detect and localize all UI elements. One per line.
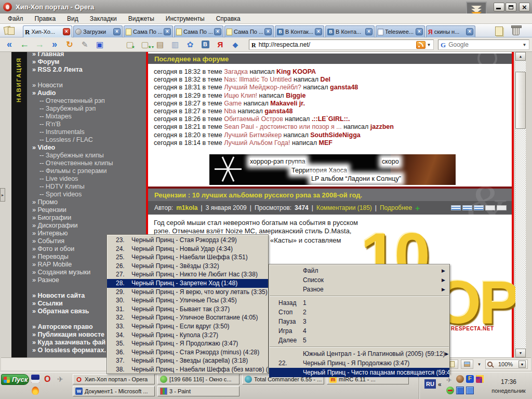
playlist-item[interactable]: 24. Черный Принц - Новый Удар (4:34) <box>107 245 268 254</box>
topic-link[interactable]: Nba <box>224 108 236 115</box>
view-dropdown-icon[interactable]: ▼ <box>476 362 483 367</box>
topic-link[interactable]: Лучший Альбом Года! <box>224 139 290 147</box>
flame-icon[interactable] <box>32 387 39 395</box>
start-button[interactable]: Пуск <box>1 374 29 385</box>
taskbar-button[interactable]: Документ1 - Microsoft ... <box>73 386 155 396</box>
sidebar-item[interactable]: Форум <box>27 58 146 66</box>
close-button[interactable] <box>519 3 530 11</box>
taskbar-button[interactable]: Хип-Хоп портал - Opera <box>73 374 155 384</box>
sphere-icon[interactable] <box>456 375 464 383</box>
topic-link[interactable]: Ищю Клип! <box>224 92 257 99</box>
topic-link[interactable]: Nas: Illmatic To Untitled <box>224 76 291 83</box>
player-menu-control[interactable]: Игра 4 <box>269 326 449 336</box>
taskbar-button[interactable]: 3 - Paint <box>157 386 240 396</box>
vkontakte-icon[interactable] <box>200 39 210 50</box>
tab-close-icon[interactable] <box>214 28 221 35</box>
new-tab-icon[interactable] <box>495 26 503 36</box>
sidebar-item[interactable]: Фильмы с рэперами <box>27 167 146 175</box>
author-link[interactable]: gansta48 <box>264 108 292 115</box>
sidebar-item[interactable]: Video <box>27 144 146 152</box>
menu-item[interactable]: Вид <box>61 15 84 22</box>
panel-expander[interactable] <box>0 188 5 202</box>
sidebar-item[interactable]: Рецензии <box>27 206 146 214</box>
player-menu-track[interactable]: 22. Черный Принц - Я Продолжаю (3:47) <box>269 358 449 368</box>
playlist-item[interactable]: 35. Черный Принц - Я Продолжаю (3:47) <box>107 339 268 348</box>
sidebar-item[interactable]: Биографии <box>27 214 146 222</box>
article-title[interactable]: Рецензии : 10 лучших альбомов русского р… <box>148 191 362 199</box>
player-menu-control[interactable]: Стоп 2 <box>269 308 449 317</box>
sidebar-item[interactable]: Промо <box>27 198 146 206</box>
tab-close-icon[interactable] <box>365 28 373 35</box>
tab-close-icon[interactable] <box>113 28 121 35</box>
monitor-icon[interactable] <box>456 387 464 394</box>
minimize-button[interactable] <box>494 3 504 11</box>
sidebar-item[interactable]: Audio <box>27 89 146 97</box>
sidebar-item[interactable]: Новости <box>27 82 146 89</box>
playlist-item[interactable]: 29. Черный Принц - Я верю, что могу лета… <box>107 288 268 297</box>
playlist-item[interactable]: 32. Черный Принц - Уличное Воспитание (4… <box>107 313 268 322</box>
taskbar-button[interactable]: [199 686 116] - Окно с... <box>157 374 240 384</box>
topic-link[interactable]: Лучший Битмэйкер <box>224 131 282 139</box>
sidebar-item[interactable]: RSS 2.0 Лента <box>27 66 146 74</box>
playlist-item[interactable]: 27. Черный Принц - Никто Не Любит Нас (3… <box>107 270 268 279</box>
zoom-control[interactable]: 100% <box>485 360 528 369</box>
scrollbar-thumb[interactable] <box>515 72 526 129</box>
author-link[interactable]: .::LE`GIRL::. <box>312 115 350 123</box>
add-bookmark-icon[interactable] <box>125 39 135 50</box>
services-icon[interactable] <box>230 39 241 50</box>
zoom-dropdown-icon[interactable] <box>518 361 526 368</box>
menu-item[interactable]: Файл <box>2 15 29 22</box>
playlist-item[interactable]: 23. Черный Принц - Стая Рэкордз (4:29) <box>107 236 268 245</box>
topic-link[interactable]: Обитаемый Остров <box>224 115 283 123</box>
browser-tab[interactable]: Teleswee... <box>376 25 425 37</box>
player-menu-control[interactable]: Далее 5 <box>269 336 449 345</box>
sidebar-item[interactable]: Дискографии <box>27 222 146 230</box>
author-link[interactable]: MEF <box>318 139 332 147</box>
ad-banner[interactable]: хоррор-рэп группа скоро Территория Хаоса… <box>209 154 456 185</box>
back-icon[interactable] <box>19 39 30 50</box>
clock[interactable]: 17:36 понедельник <box>487 375 530 397</box>
save-icon[interactable] <box>95 39 105 50</box>
search-input[interactable] <box>446 41 521 48</box>
playlist-item[interactable]: 33. Черный Принц - Если вдруг (3:50) <box>107 322 268 331</box>
tab-close-icon[interactable] <box>315 28 322 35</box>
tab-close-icon[interactable] <box>416 28 423 35</box>
menu-item[interactable]: Закладки <box>84 15 123 22</box>
topic-link[interactable]: Sean Paul - достоинство или позор я ... <box>224 123 342 130</box>
browser-tab[interactable]: В Конта... <box>325 25 375 37</box>
rewind-icon[interactable] <box>4 39 15 50</box>
trash-icon[interactable] <box>512 27 520 35</box>
playlist-item[interactable]: 26. Черный Принц - Звёзды (3:32) <box>107 262 268 271</box>
playlist-item[interactable]: 28. Черный Принц - Запретен Ход (1:48) <box>107 279 268 288</box>
panels-icon[interactable] <box>3 25 20 36</box>
playlist-item[interactable]: 31. Черный Принц - Бывает так (3:37) <box>107 305 268 314</box>
tab-close-icon[interactable] <box>63 28 70 35</box>
rss-icon[interactable] <box>416 41 425 49</box>
author-link[interactable]: SouthSideNigga <box>310 131 361 139</box>
sidebar-item[interactable]: Отечественный рэп <box>27 97 146 105</box>
grid-icon[interactable] <box>476 375 484 383</box>
restore-button[interactable] <box>506 3 516 11</box>
browser-tab[interactable]: Загрузки <box>73 25 123 37</box>
fit-to-width-button[interactable] <box>461 360 473 369</box>
browser-tab[interactable]: Сама По ... <box>174 25 223 37</box>
menu-item[interactable]: Правка <box>29 15 62 22</box>
forward-icon[interactable] <box>34 39 45 50</box>
address-dropdown-icon[interactable]: ▼ <box>425 43 432 47</box>
menu-item[interactable]: Виджеты <box>123 15 160 22</box>
widgets-icon[interactable] <box>185 39 195 50</box>
browser-tab[interactable]: В Контак... <box>275 25 324 37</box>
plus-icon[interactable]: + <box>415 204 420 212</box>
address-input[interactable] <box>256 41 416 48</box>
author-link[interactable]: King KOOPA <box>276 68 316 75</box>
copy-icon[interactable] <box>170 39 180 50</box>
browser-tab[interactable]: Сама По ... <box>124 25 173 37</box>
playlist-item[interactable]: 25. Черный Принц - Наебали Шеффа (3:51) <box>107 253 268 262</box>
monitor2-icon[interactable] <box>466 387 474 394</box>
player-menu-track[interactable]: Черный Принц - Чисто пацанам посвящается… <box>269 368 449 377</box>
author-link[interactable]: Biggie <box>286 92 305 99</box>
flashget-icon[interactable] <box>466 375 474 383</box>
tab-close-icon[interactable] <box>264 28 272 35</box>
author-link[interactable]: gansta48 <box>330 84 358 91</box>
author-link[interactable]: Del <box>321 76 330 83</box>
